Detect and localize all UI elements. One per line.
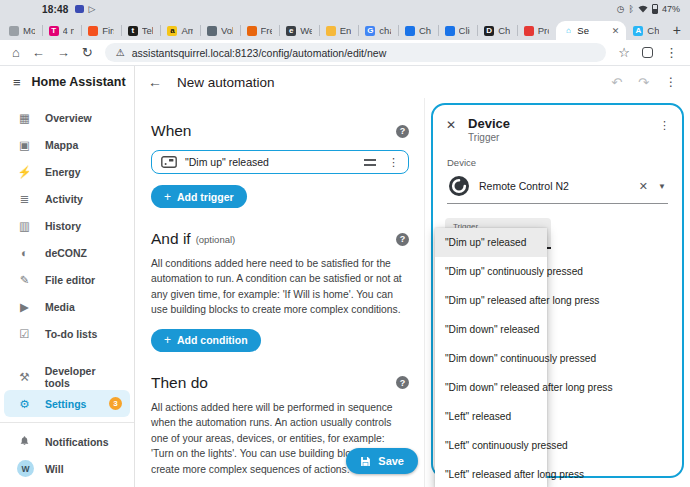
browser-tab[interactable]: G charl bbox=[358, 21, 398, 40]
browser-tab[interactable]: t Telec bbox=[121, 21, 161, 40]
browser-tab[interactable]: Char bbox=[398, 21, 438, 40]
browser-menu-icon[interactable]: ⋮ bbox=[665, 46, 678, 59]
tab-favicon: D bbox=[484, 26, 494, 36]
panel-title: Device bbox=[468, 116, 510, 131]
sidebar-item-label: Notifications bbox=[45, 436, 109, 448]
tab-title: Chan bbox=[647, 25, 659, 36]
browser-toolbar: ⌂ ← → ↻ ⚠ assistantsquirrel.local:8123/c… bbox=[0, 40, 690, 66]
browser-tab[interactable]: e Web bbox=[279, 21, 319, 40]
new-tab-button[interactable]: + bbox=[666, 20, 688, 40]
sidebar-item-badge: 3 bbox=[109, 397, 122, 410]
page-back-icon[interactable]: ← bbox=[148, 74, 162, 90]
browser-tab[interactable]: a Ama bbox=[160, 21, 200, 40]
help-icon[interactable]: ? bbox=[396, 233, 409, 246]
trigger-option[interactable]: "Dim up" continuously pressed bbox=[435, 257, 547, 286]
sidebar-item[interactable]: ◐ deCONZ bbox=[4, 239, 130, 266]
trigger-option[interactable]: "Left" released after long press bbox=[435, 460, 547, 487]
when-heading: When bbox=[151, 122, 192, 140]
save-button[interactable]: Save bbox=[346, 448, 418, 474]
sidebar-item-label: Developer tools bbox=[45, 365, 122, 389]
help-icon[interactable]: ? bbox=[396, 376, 409, 389]
sidebar-item[interactable]: ☑ To-do lists bbox=[4, 320, 130, 347]
url-text: assistantsquirrel.local:8123/config/auto… bbox=[132, 47, 386, 59]
browser-tab[interactable]: Click bbox=[438, 21, 478, 40]
add-condition-button[interactable]: + Add condition bbox=[151, 329, 261, 352]
clear-device-icon[interactable]: ✕ bbox=[639, 180, 648, 193]
redo-icon[interactable]: ↷ bbox=[638, 75, 649, 90]
trigger-option[interactable]: "Dim down" continuously pressed bbox=[435, 344, 547, 373]
sidebar-item-icon: ▦ bbox=[17, 111, 32, 125]
browser-tab[interactable]: ⌂ Se ✕ bbox=[556, 21, 626, 40]
trigger-option[interactable]: "Dim down" released after long press bbox=[435, 373, 547, 402]
chevron-down-icon[interactable]: ▼ bbox=[658, 182, 666, 191]
sidebar-item[interactable]: ≣ Activity bbox=[4, 185, 130, 212]
tab-close-icon[interactable]: ✕ bbox=[612, 26, 620, 36]
browser-tab[interactable]: T 4 ne bbox=[42, 21, 82, 40]
trigger-option[interactable]: "Dim up" released bbox=[435, 228, 547, 257]
back-icon[interactable]: ← bbox=[32, 46, 45, 59]
panel-menu-icon[interactable]: ⋮ bbox=[659, 119, 670, 132]
sidebar-toggle-icon[interactable]: ≡ bbox=[13, 75, 21, 90]
browser-tab[interactable]: Free bbox=[240, 21, 280, 40]
sidebar-item-icon: ⚡ bbox=[17, 165, 32, 179]
sidebar-item[interactable]: ✎ File editor bbox=[4, 266, 130, 293]
browser-tab[interactable]: Profe bbox=[517, 21, 557, 40]
sidebar-item[interactable]: ▣ Mappa bbox=[4, 131, 130, 158]
page-header: ← New automation ↶ ↷ ⋮ bbox=[135, 66, 690, 98]
sidebar-item-icon: ☑ bbox=[17, 327, 32, 341]
sidebar-item-notifications[interactable]: Notifications bbox=[4, 428, 130, 455]
browser-tab[interactable]: Volks bbox=[200, 21, 240, 40]
add-trigger-button[interactable]: + Add trigger bbox=[151, 185, 247, 208]
browser-tab[interactable]: Encr bbox=[319, 21, 359, 40]
trigger-option[interactable]: "Left" continuously pressed bbox=[435, 431, 547, 460]
browser-tab[interactable]: Mobi bbox=[2, 21, 42, 40]
tab-favicon: t bbox=[128, 26, 138, 36]
trigger-option[interactable]: "Dim down" released bbox=[435, 315, 547, 344]
browser-tab-strip: Mobi T 4 ne First t Telec a Ama Volks bbox=[0, 18, 690, 40]
home-icon[interactable]: ⌂ bbox=[12, 46, 20, 59]
tab-title: Telec bbox=[142, 25, 154, 36]
sidebar-item-user[interactable]: W Will bbox=[4, 455, 130, 482]
alarm-muted-icon: ◷ bbox=[617, 4, 625, 14]
help-icon[interactable]: ? bbox=[396, 125, 409, 138]
sidebar-item[interactable]: ▶ Media bbox=[4, 293, 130, 320]
trigger-option[interactable]: "Dim up" released after long press bbox=[435, 286, 547, 315]
sidebar-item-label: Energy bbox=[45, 166, 81, 178]
sidebar-item[interactable]: ▦ Overview bbox=[4, 104, 130, 131]
tab-favicon bbox=[326, 26, 336, 36]
tab-title: charl bbox=[379, 25, 391, 36]
trigger-card[interactable]: "Dim up" released ⋮ bbox=[151, 150, 409, 174]
sidebar-item-icon: ▣ bbox=[17, 138, 32, 152]
browser-tab[interactable]: D Chan bbox=[477, 21, 517, 40]
main-area: ← New automation ↶ ↷ ⋮ When ? bbox=[135, 66, 690, 487]
url-bar[interactable]: ⚠ assistantsquirrel.local:8123/config/au… bbox=[105, 43, 607, 62]
trigger-option[interactable]: "Left" released bbox=[435, 402, 547, 431]
sidebar-item-icon: ◐ bbox=[17, 247, 32, 259]
tab-title: Free bbox=[261, 25, 273, 36]
tab-title: First bbox=[102, 25, 114, 36]
undo-icon[interactable]: ↶ bbox=[611, 75, 622, 90]
panel-subtitle: Trigger bbox=[468, 132, 510, 143]
reload-icon[interactable]: ↻ bbox=[82, 46, 93, 59]
plus-icon: + bbox=[164, 333, 171, 347]
tab-switcher-icon[interactable] bbox=[642, 47, 653, 58]
close-icon[interactable]: ✕ bbox=[446, 118, 456, 132]
sidebar-item[interactable]: ⚡ Energy bbox=[4, 158, 130, 185]
bookmark-star-icon[interactable]: ☆ bbox=[618, 46, 630, 59]
sidebar-item[interactable]: ⚒ Developer tools bbox=[4, 363, 130, 390]
optional-label: (optional) bbox=[196, 234, 236, 245]
drag-handle-icon[interactable] bbox=[364, 159, 376, 166]
device-picker[interactable]: Remote Control N2 ✕ ▼ bbox=[447, 170, 668, 204]
sidebar-item[interactable]: ⚙ Settings 3 bbox=[4, 390, 130, 417]
sidebar-item-label: deCONZ bbox=[45, 247, 87, 259]
trigger-card-menu-icon[interactable]: ⋮ bbox=[384, 156, 399, 169]
sidebar-item-label: Media bbox=[45, 301, 75, 313]
forward-icon[interactable]: → bbox=[57, 46, 70, 59]
sidebar-item-label: To-do lists bbox=[45, 328, 97, 340]
sidebar-item[interactable]: ▥ History bbox=[4, 212, 130, 239]
device-trigger-icon bbox=[161, 156, 177, 168]
page-menu-icon[interactable]: ⋮ bbox=[665, 75, 677, 89]
avatar: W bbox=[17, 460, 34, 477]
browser-tab[interactable]: A Chan bbox=[626, 21, 666, 40]
browser-tab[interactable]: First bbox=[81, 21, 121, 40]
